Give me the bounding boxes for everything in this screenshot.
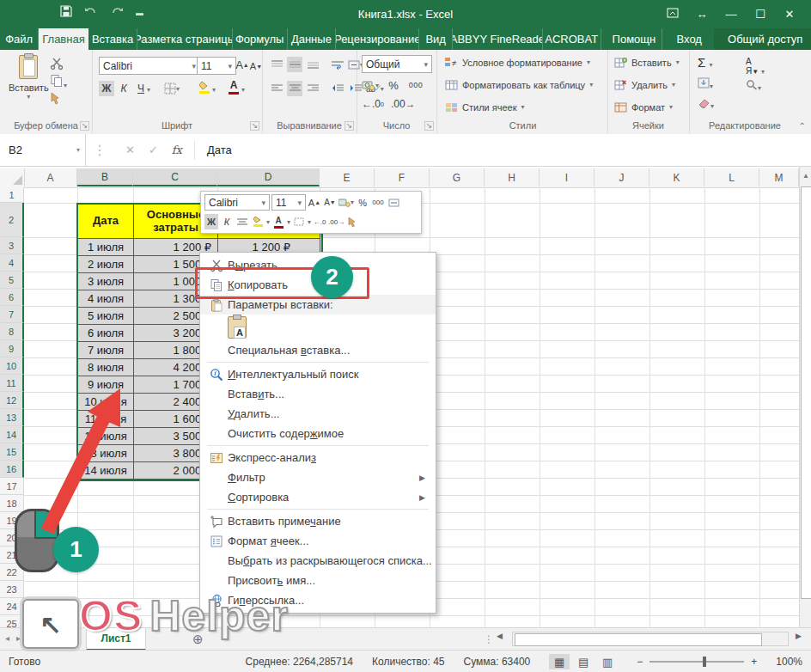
table-cell-date[interactable]: 14 июля <box>78 462 134 480</box>
row-header-25[interactable]: 25 <box>0 615 24 627</box>
table-cell-date[interactable]: 1 июля <box>78 239 134 256</box>
decrease-decimal-icon[interactable]: .00→ <box>391 96 416 112</box>
mini-fill-color-icon[interactable] <box>251 214 265 229</box>
mini-increase-decimal-icon[interactable]: ←.0 <box>313 214 326 229</box>
column-header-H[interactable]: H <box>485 168 540 186</box>
mini-font-color-icon[interactable]: А <box>271 214 285 229</box>
column-header-J[interactable]: J <box>595 168 649 186</box>
cut-button[interactable] <box>50 57 64 72</box>
delete-cells-button[interactable]: Удалить▾ <box>614 79 675 90</box>
mini-comma-button[interactable]: 000 <box>371 195 385 211</box>
paste-values-icon[interactable] <box>228 316 247 339</box>
zoom-in-icon[interactable]: + <box>751 656 757 668</box>
menu-item-clear-contents[interactable]: Очистить содержимое <box>200 424 436 443</box>
fill-icon[interactable]: ▾ <box>698 77 713 90</box>
menu-item-pick-from-list[interactable]: Выбрать из раскрывающегося списка... <box>200 551 436 571</box>
row-header-24[interactable]: 24 <box>0 598 24 615</box>
align-middle-icon[interactable] <box>287 57 302 72</box>
collapse-ribbon-icon[interactable]: ⌃ <box>799 121 806 131</box>
table-cell-date[interactable]: 6 июля <box>78 325 134 342</box>
clear-icon[interactable]: ▾ <box>698 98 714 110</box>
format-as-table-button[interactable]: Форматировать как таблицу▾ <box>445 79 593 90</box>
zoom-slider-thumb[interactable] <box>703 657 706 667</box>
paste-button[interactable]: Вставить ▾ <box>9 55 49 101</box>
tab-help[interactable]: Помощн <box>601 28 662 50</box>
table-cell-date[interactable]: 11 июля <box>78 411 134 428</box>
bold-button[interactable]: Ж <box>99 81 114 96</box>
column-header-C[interactable]: C <box>133 168 217 186</box>
autosum-button[interactable]: Σ ▾ <box>698 55 712 70</box>
tab-home[interactable]: Главная <box>39 28 88 50</box>
row-header-18[interactable]: 18 <box>0 495 24 512</box>
decrease-indent-icon[interactable] <box>330 81 345 96</box>
hscroll-left-icon[interactable]: ◀ <box>497 632 503 640</box>
column-header-B[interactable]: B <box>77 168 133 186</box>
alignment-dialog-launcher-icon[interactable]: ↘ <box>345 121 354 131</box>
number-dialog-launcher-icon[interactable]: ↘ <box>424 121 434 131</box>
sort-filter-icon[interactable]: АЯ▼ ▾ <box>746 57 765 76</box>
row-header-5[interactable]: 5 <box>0 272 24 289</box>
menu-item-smart-lookup[interactable]: iИнтеллектуальный поиск <box>200 364 436 384</box>
mini-decrease-font-icon[interactable]: A▼ <box>323 195 337 211</box>
mini-merge-icon[interactable] <box>387 195 400 211</box>
row-header-1[interactable]: 1 <box>0 187 24 203</box>
align-top-icon[interactable] <box>269 57 284 72</box>
menu-item-insert[interactable]: Вставить... <box>200 384 436 404</box>
accounting-format-icon[interactable]: ▾ <box>362 77 379 93</box>
column-header-F[interactable]: F <box>375 168 430 186</box>
row-header-10[interactable]: 10 <box>0 357 24 375</box>
row-header-14[interactable]: 14 <box>0 426 24 443</box>
tab-data[interactable]: Данные <box>288 28 337 50</box>
enter-icon[interactable]: ✓ <box>149 144 158 156</box>
cell-styles-button[interactable]: Стили ячеек▾ <box>445 101 525 113</box>
align-left-icon[interactable] <box>269 81 284 96</box>
clipboard-dialog-launcher-icon[interactable]: ↘ <box>80 121 89 131</box>
vertical-scrollbar[interactable]: ▲ <box>799 166 811 627</box>
row-header-12[interactable]: 12 <box>0 392 24 409</box>
table-cell-date[interactable]: 8 июля <box>78 359 134 376</box>
normal-view-icon[interactable]: ▦ <box>549 654 570 669</box>
tab-file[interactable]: Файл <box>0 28 39 50</box>
copy-button[interactable]: ▾ <box>50 74 67 89</box>
insert-cells-button[interactable]: Вставить▾ <box>614 57 680 68</box>
horizontal-scroll-thumb[interactable] <box>515 633 762 646</box>
align-center-icon[interactable] <box>287 81 302 96</box>
restore-width-icon[interactable]: ↔ <box>687 8 716 21</box>
mini-align-center-icon[interactable] <box>235 214 249 229</box>
borders-icon[interactable]: ▾ <box>164 81 180 96</box>
comma-style-button[interactable]: 000 <box>408 77 424 93</box>
column-header-M[interactable]: M <box>759 168 799 186</box>
table-header-date[interactable]: Дата <box>78 205 134 239</box>
row-header-7[interactable]: 7 <box>0 306 24 323</box>
maximize-button[interactable]: ☐ <box>746 8 775 21</box>
close-button[interactable]: ✕ <box>775 8 804 21</box>
tab-review[interactable]: Рецензирование <box>336 28 419 50</box>
tab-formulas[interactable]: Формулы <box>233 28 288 50</box>
column-header-A[interactable]: A <box>24 168 77 186</box>
horizontal-scrollbar[interactable] <box>512 632 789 646</box>
formula-input[interactable]: Дата <box>195 144 232 156</box>
tab-page-layout[interactable]: Разметка страницы <box>137 28 232 50</box>
menu-item-delete[interactable]: Удалить... <box>200 404 436 424</box>
table-cell-date[interactable]: 12 июля <box>78 428 134 445</box>
splitter-dots[interactable]: ⋮ <box>484 633 494 645</box>
table-cell-date[interactable]: 13 июля <box>78 445 134 462</box>
zoom-slider[interactable] <box>649 661 744 663</box>
zoom-out-icon[interactable]: − <box>637 656 643 668</box>
name-box[interactable]: B2▾ <box>0 134 86 166</box>
table-cell-date[interactable]: 4 июля <box>78 290 134 308</box>
row-header-6[interactable]: 6 <box>0 289 24 306</box>
conditional-formatting-button[interactable]: ≠ Условное форматирование▾ <box>445 57 590 68</box>
font-name-select[interactable]: Calibri▾ <box>99 57 200 75</box>
table-cell-date[interactable]: 10 июля <box>78 394 134 411</box>
italic-button[interactable]: К <box>116 81 131 96</box>
tab-share[interactable]: Общий доступ <box>714 28 811 50</box>
number-format-select[interactable]: Общий▾ <box>362 55 432 73</box>
mini-italic-button[interactable]: К <box>220 214 234 229</box>
table-cell-date[interactable]: 7 июля <box>78 342 134 359</box>
align-right-icon[interactable] <box>305 81 320 96</box>
format-painter-button[interactable] <box>50 91 64 107</box>
column-header-G[interactable]: G <box>430 168 485 186</box>
column-header-E[interactable]: E <box>320 168 375 186</box>
find-select-icon[interactable]: ▾ <box>746 79 761 92</box>
